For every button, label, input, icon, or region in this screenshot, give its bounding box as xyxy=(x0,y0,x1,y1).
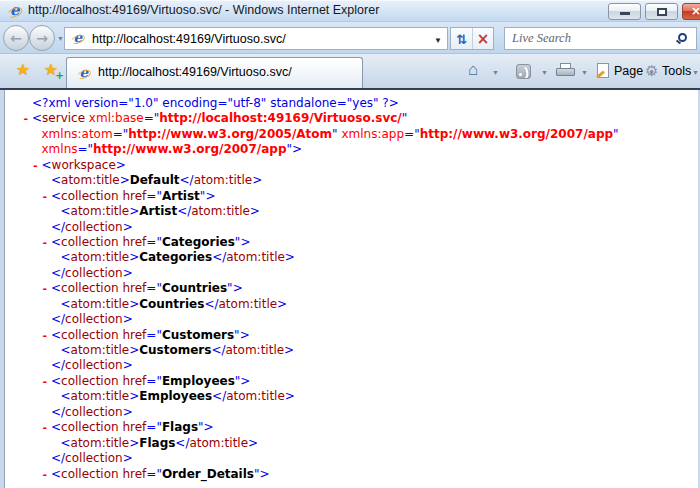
minimize-button[interactable] xyxy=(608,3,641,20)
feeds-button[interactable] xyxy=(516,64,531,79)
forward-button[interactable]: → xyxy=(29,25,55,51)
tools-menu-icon[interactable]: ⚙ xyxy=(645,54,658,88)
xml-segment: http://www.w3.org/2007/app xyxy=(420,127,613,141)
xml-segment: > xyxy=(252,173,262,187)
xml-segment: </ xyxy=(211,343,225,357)
xml-segment: Customers xyxy=(162,328,234,342)
xml-segment: </ xyxy=(175,436,189,450)
xml-segment: </ xyxy=(51,266,65,280)
xml-segment: Categories xyxy=(139,250,212,264)
xml-segment: > xyxy=(129,250,139,264)
add-favorite-button[interactable]: ★+ xyxy=(38,57,64,83)
xml-segment: href xyxy=(119,420,147,434)
xml-segment: > xyxy=(129,297,139,311)
minimize-icon xyxy=(620,12,630,15)
xml-segment: atom:title xyxy=(71,436,130,450)
xml-segment: < xyxy=(51,281,61,295)
xml-segment: Order_Details xyxy=(162,467,254,481)
print-button[interactable] xyxy=(556,63,575,79)
xml-segment: Flags xyxy=(139,436,175,450)
xml-segment: xmlns xyxy=(42,142,78,156)
search-icon[interactable] xyxy=(678,33,687,42)
xml-line: -<collection href="Employees"> xyxy=(16,374,696,389)
window-controls: × xyxy=(608,3,700,20)
collapse-toggle[interactable]: - xyxy=(42,328,52,343)
recent-pages-button[interactable]: ▼ xyxy=(57,35,64,42)
ie-logo-icon xyxy=(7,4,23,20)
maximize-button[interactable] xyxy=(645,3,678,20)
search-box[interactable] xyxy=(504,27,697,50)
xml-segment: href xyxy=(119,467,147,481)
xml-segment: </ xyxy=(51,358,65,372)
xml-line: -<collection href="Categories"> xyxy=(16,235,696,250)
xml-segment: "> xyxy=(198,420,214,434)
home-button[interactable]: ⌂ xyxy=(468,54,478,88)
address-input[interactable] xyxy=(92,29,422,48)
back-button[interactable]: ← xyxy=(3,25,29,51)
address-dropdown-icon[interactable]: ▼ xyxy=(434,36,442,45)
xml-segment: > xyxy=(123,220,133,234)
xml-segment: <?xml version="1.0" encoding="utf-8" sta… xyxy=(32,96,399,110)
xml-segment: =" xyxy=(146,420,162,434)
xml-segment: collection xyxy=(65,358,123,372)
tab-active[interactable]: http://localhost:49169/Virtuoso.svc/ xyxy=(66,57,363,88)
collapse-toggle[interactable]: - xyxy=(42,374,52,389)
xml-segment: </ xyxy=(204,297,218,311)
xml-segment: atom:title xyxy=(219,297,278,311)
collapse-toggle[interactable]: - xyxy=(42,281,52,296)
xml-segment: Artist xyxy=(162,189,200,203)
xml-segment: atom:title xyxy=(226,389,285,403)
forward-arrow-icon: → xyxy=(36,30,48,46)
xml-segment: =" xyxy=(146,281,162,295)
close-icon: × xyxy=(691,4,700,19)
search-input[interactable] xyxy=(512,29,667,48)
refresh-button[interactable]: ⇅ xyxy=(451,28,472,49)
xml-segment: collection xyxy=(65,405,123,419)
xml-segment: < xyxy=(51,235,61,249)
xml-segment: < xyxy=(61,343,71,357)
xml-segment: "> xyxy=(200,189,216,203)
close-button[interactable]: × xyxy=(682,3,700,20)
address-bar[interactable]: ▼ xyxy=(64,27,448,50)
collapse-toggle[interactable]: - xyxy=(32,158,42,173)
page-menu-icon[interactable] xyxy=(597,63,609,78)
favorites-center-button[interactable]: ★ xyxy=(10,57,36,83)
tools-menu-button[interactable]: Tools xyxy=(662,54,691,88)
xml-segment: Flags xyxy=(162,420,198,434)
xml-segment: collection xyxy=(61,420,119,434)
xml-segment: workspace xyxy=(52,158,116,172)
xml-segment: > xyxy=(285,389,295,403)
xml-segment: </ xyxy=(51,405,65,419)
stop-icon: × xyxy=(477,30,490,48)
xml-segment: < xyxy=(42,158,52,172)
collapse-toggle[interactable]: - xyxy=(23,111,33,126)
xml-segment: Countries xyxy=(162,281,227,295)
xml-segment: =" xyxy=(146,328,162,342)
xml-segment: < xyxy=(61,250,71,264)
tab-title: http://localhost:49169/Virtuoso.svc/ xyxy=(98,58,292,87)
stop-button[interactable]: × xyxy=(472,28,493,49)
xml-line: xmlns="http://www.w3.org/2007/app"> xyxy=(16,142,696,157)
xml-line: -<service xml:base="http://localhost:491… xyxy=(16,111,696,126)
collapse-toggle[interactable]: - xyxy=(42,235,52,250)
favorites-star-icon: ★ xyxy=(16,61,30,78)
navigation-bar: ← → ▼ ▼ ⇅ × xyxy=(0,22,700,54)
collapse-toggle[interactable]: - xyxy=(42,467,52,482)
xml-line: <atom:title>Categories</atom:title> xyxy=(16,250,696,265)
xml-segment: xml:base xyxy=(85,111,144,125)
xml-segment: > xyxy=(116,158,126,172)
collapse-toggle[interactable]: - xyxy=(42,189,52,204)
xml-segment: =" xyxy=(146,235,162,249)
page-menu-button[interactable]: Page xyxy=(614,54,643,88)
xml-segment: </ xyxy=(51,220,65,234)
xml-segment: =" xyxy=(146,189,162,203)
xml-segment: collection xyxy=(65,312,123,326)
xml-line: <atom:title>Countries</atom:title> xyxy=(16,297,696,312)
xml-segment: > xyxy=(250,204,260,218)
tab-favicon xyxy=(77,67,91,81)
xml-segment: xmlns:atom xyxy=(42,127,113,141)
xml-segment: href xyxy=(119,189,147,203)
xml-segment: Countries xyxy=(139,297,204,311)
xml-segment: < xyxy=(61,204,71,218)
collapse-toggle[interactable]: - xyxy=(42,420,52,435)
